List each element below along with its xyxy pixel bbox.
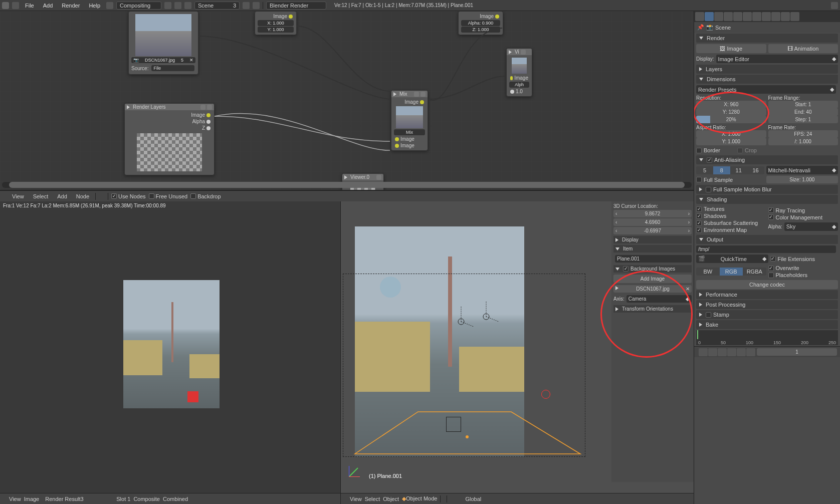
render-panel-header[interactable]: Render	[696, 34, 838, 43]
layout-remove-icon[interactable]	[174, 2, 181, 9]
textures-checkbox[interactable]	[696, 206, 702, 212]
menu-file[interactable]: File	[22, 2, 37, 10]
particles-tab-icon[interactable]	[781, 12, 790, 21]
modifiers-tab-icon[interactable]	[743, 12, 752, 21]
menu-select[interactable]: Select	[365, 496, 380, 502]
scene-browse-icon[interactable]	[184, 2, 191, 9]
fps-field[interactable]: FPS: 24	[768, 130, 838, 138]
scene-tab-icon[interactable]	[705, 12, 714, 21]
node-field-x[interactable]: X: 1.000	[258, 20, 294, 26]
display-dropdown[interactable]: Image Editor◆	[716, 55, 838, 63]
constraints-tab-icon[interactable]	[733, 12, 742, 21]
border-checkbox[interactable]	[696, 148, 702, 153]
aa-samples-segment[interactable]: 581116	[696, 166, 764, 174]
orientation-dropdown[interactable]: Global	[465, 496, 481, 502]
render-tab-icon[interactable]	[695, 12, 704, 21]
node-header-renderlayers[interactable]: Render Layers	[125, 104, 214, 110]
file-ext-checkbox[interactable]	[770, 256, 776, 262]
aspect-y-field[interactable]: Y: 1.000	[696, 138, 766, 145]
shadows-checkbox[interactable]	[696, 213, 702, 219]
aspect-x-field[interactable]: X: 1.000	[696, 130, 766, 138]
timeline[interactable]: 0 50 100 150 200 250	[696, 330, 838, 345]
render-image-button[interactable]: 🖼 Image	[696, 44, 766, 53]
envmap-checkbox[interactable]	[696, 227, 702, 233]
prev-keyframe-icon[interactable]	[708, 348, 717, 356]
resolution-percent-slider[interactable]: 20%	[696, 116, 766, 123]
image-datablock-dropdown[interactable]: Render Result3	[45, 496, 107, 502]
node-close-icon[interactable]	[376, 175, 381, 180]
menu-help[interactable]: Help	[86, 2, 103, 10]
mix-mode-dropdown[interactable]: Mix	[394, 129, 425, 135]
overwrite-checkbox[interactable]	[768, 266, 774, 271]
mode-dropdown[interactable]: ◆Object Mode	[402, 495, 437, 502]
aa-filter-dropdown[interactable]: Mitchell-Netravali◆	[766, 166, 838, 174]
scene-dropdown[interactable]: Scene3	[194, 2, 240, 10]
fsmb-panel-header[interactable]: Full Sample Motion Blur	[696, 185, 838, 194]
back-to-previous-icon[interactable]	[831, 2, 838, 9]
performance-panel-header[interactable]: Performance	[696, 290, 838, 299]
fsmb-checkbox[interactable]	[706, 187, 711, 192]
aa-size-field[interactable]: Size: 1.000	[766, 176, 838, 183]
add-image-button[interactable]: Add Image	[613, 275, 692, 283]
object-tab-icon[interactable]	[724, 12, 733, 21]
item-name-field[interactable]: Plane.001	[615, 255, 692, 263]
next-keyframe-icon[interactable]	[737, 348, 746, 356]
sss-checkbox[interactable]	[696, 220, 702, 226]
menu-render[interactable]: Render	[59, 2, 83, 10]
colormgmt-checkbox[interactable]	[768, 214, 774, 220]
shading-panel-header[interactable]: Shading	[696, 195, 838, 204]
display-panel-header[interactable]: Display	[613, 236, 692, 243]
material-tab-icon[interactable]	[762, 12, 771, 21]
bg-images-enable-checkbox[interactable]	[623, 266, 628, 272]
play-reverse-icon[interactable]	[718, 348, 727, 356]
channel-dropdown[interactable]: Combined	[163, 496, 188, 502]
stamp-panel-header[interactable]: Stamp	[696, 310, 838, 319]
menu-object[interactable]: Object	[383, 496, 399, 502]
bg-remove-icon[interactable]: ✕	[686, 286, 690, 292]
node-header-viewer[interactable]: Vi	[507, 49, 532, 55]
data-tab-icon[interactable]	[752, 12, 761, 21]
aa-enable-checkbox[interactable]	[707, 157, 712, 163]
frame-start-field[interactable]: Start: 1	[768, 101, 838, 108]
image-editor-canvas[interactable]	[0, 210, 340, 493]
layout-add-icon[interactable]	[164, 2, 171, 9]
screen-layout-dropdown[interactable]: Compositing	[116, 2, 161, 10]
crop-checkbox[interactable]	[737, 148, 743, 153]
window-type-icon[interactable]	[12, 2, 19, 9]
resolution-y-field[interactable]: Y: 1280	[696, 108, 766, 116]
node-header-mix[interactable]: Mix	[391, 91, 428, 97]
horizontal-scrollbar[interactable]	[2, 182, 692, 188]
free-unused-checkbox[interactable]	[149, 193, 154, 199]
menu-view[interactable]: View	[9, 193, 27, 200]
jump-end-icon[interactable]	[746, 348, 755, 356]
bg-expand-icon[interactable]	[615, 286, 618, 290]
menu-image[interactable]: Image	[24, 496, 40, 502]
slot-dropdown[interactable]: Slot 1	[116, 496, 130, 502]
node-field-z[interactable]: Z: 1.000	[461, 27, 500, 33]
play-icon[interactable]	[727, 348, 736, 356]
frame-step-field[interactable]: Step: 1	[768, 116, 838, 123]
raytracing-checkbox[interactable]	[768, 207, 774, 213]
node-editor[interactable]: Image X: 1.000 Y: 1.000 Image Alpha: 0.9…	[0, 11, 694, 190]
pass-dropdown[interactable]: Composite	[133, 496, 160, 502]
resolution-x-field[interactable]: X: 960	[696, 101, 766, 108]
cursor-x-field[interactable]: ‹9.8672›	[613, 210, 692, 217]
3d-viewport-canvas[interactable]: ○ Camera Persp (1) Plane.001	[341, 201, 694, 493]
node-close-icon[interactable]	[421, 92, 426, 97]
scene-remove-icon[interactable]	[253, 2, 260, 9]
node-option-icon[interactable]	[414, 92, 419, 97]
image-source-dropdown[interactable]: File	[151, 65, 194, 71]
stamp-checkbox[interactable]	[706, 312, 711, 318]
menu-view[interactable]: View	[9, 496, 21, 502]
bg-axis-dropdown[interactable]: Camera◆	[626, 295, 692, 303]
menu-add[interactable]: Add	[54, 193, 70, 200]
fps-base-field[interactable]: /: 1.000	[768, 138, 838, 145]
current-frame-field[interactable]: 1	[757, 348, 837, 356]
alpha-mode-dropdown[interactable]: Sky◆	[784, 222, 838, 231]
menu-node[interactable]: Node	[73, 193, 92, 200]
bg-images-panel-header[interactable]: Background Images	[613, 265, 692, 273]
scene-add-icon[interactable]	[243, 2, 250, 9]
cursor-y-field[interactable]: ‹4.6960›	[613, 218, 692, 226]
texture-tab-icon[interactable]	[771, 12, 780, 21]
layout-browse-icon[interactable]	[106, 2, 113, 9]
